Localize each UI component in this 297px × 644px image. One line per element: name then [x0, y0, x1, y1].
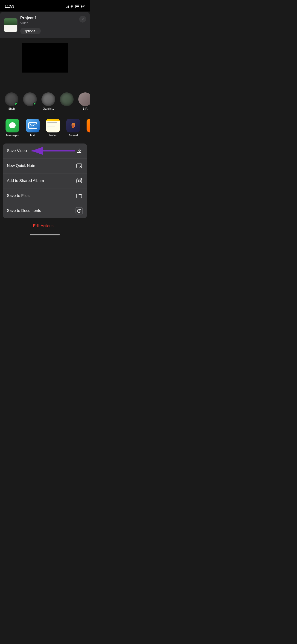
status-time: 11:53: [4, 4, 14, 9]
video-placeholder: [22, 42, 68, 72]
share-info: Project 1 Video Options ›: [20, 16, 41, 34]
battery-level: 80: [82, 5, 85, 8]
action-list: Save Video New Quick Note: [3, 144, 87, 218]
online-indicator: [33, 102, 36, 106]
share-subtitle: Video: [20, 21, 41, 25]
options-button[interactable]: Options ›: [20, 28, 41, 34]
contacts-row[interactable]: Shah Ganchi... B.P.: [0, 89, 90, 114]
contact-item[interactable]: Shah: [2, 92, 21, 111]
contact-item[interactable]: B.P.: [76, 92, 90, 111]
share-header-left: Project 1 Video Options ›: [4, 16, 41, 34]
new-quick-note-label: New Quick Note: [7, 164, 35, 168]
share-header: Project 1 Video Options › ✕: [0, 12, 90, 38]
battery-icon: [75, 4, 82, 8]
close-icon: ✕: [81, 17, 84, 21]
contact-avatar: [60, 92, 74, 106]
wifi-icon: [70, 5, 74, 8]
svg-point-14: [78, 180, 79, 182]
save-documents-label: Save to Documents: [7, 208, 41, 213]
journal-icon: [66, 118, 80, 132]
more-app-icon: 🧡: [86, 118, 90, 132]
add-shared-album-label: Add to Shared Album: [7, 178, 44, 183]
contact-avatar: [23, 92, 37, 106]
svg-rect-10: [77, 164, 82, 168]
home-bar: [30, 234, 60, 236]
svg-text:+: +: [80, 178, 81, 180]
share-thumbnail: [4, 18, 18, 32]
app-icons-row[interactable]: Messages Mail Notes: [0, 114, 90, 142]
add-shared-album-item[interactable]: Add to Shared Album +: [3, 174, 87, 188]
contact-name: Shah: [8, 107, 15, 110]
svg-rect-13: [77, 179, 82, 183]
save-video-label: Save Video: [7, 148, 27, 153]
app-item-more[interactable]: 🧡 Fr...: [83, 118, 90, 138]
contact-avatar: [4, 92, 18, 106]
save-files-label: Save to Files: [7, 194, 30, 198]
svg-rect-16: [77, 178, 78, 180]
signal-icon: [65, 5, 68, 8]
purple-arrow-icon: [29, 146, 78, 156]
app-item-messages[interactable]: Messages: [2, 118, 22, 138]
svg-point-21: [79, 212, 80, 212]
background-content: [0, 38, 90, 89]
contact-name: B.P.: [83, 107, 88, 110]
contact-avatar: [78, 92, 90, 106]
new-quick-note-item[interactable]: New Quick Note: [3, 158, 87, 174]
download-icon: [76, 147, 83, 154]
app-label: Mail: [30, 134, 35, 137]
app-item-journal[interactable]: Journal: [63, 118, 83, 138]
svg-rect-9: [77, 152, 81, 153]
status-icons: 80: [65, 4, 85, 8]
svg-rect-5: [73, 124, 74, 127]
edit-actions-button[interactable]: Edit Actions...: [0, 220, 90, 232]
documents-icon: [76, 207, 83, 214]
save-files-item[interactable]: Save to Files: [3, 188, 87, 204]
contact-item[interactable]: Ganchi...: [39, 92, 58, 111]
folder-icon: [76, 192, 83, 200]
edit-actions-label: Edit Actions...: [33, 224, 57, 228]
home-indicator: [0, 232, 90, 237]
contact-item[interactable]: [21, 92, 39, 111]
options-chevron: ›: [36, 29, 38, 33]
app-item-mail[interactable]: Mail: [22, 118, 43, 138]
svg-point-15: [80, 180, 81, 182]
notes-icon: [46, 118, 60, 132]
mail-icon: [26, 118, 40, 132]
app-label: Messages: [6, 134, 19, 137]
app-label: Notes: [49, 134, 56, 137]
contact-item[interactable]: [58, 92, 76, 111]
online-indicator: [15, 102, 18, 106]
quicknote-icon: [76, 162, 83, 170]
save-video-item[interactable]: Save Video: [3, 144, 87, 158]
close-button[interactable]: ✕: [79, 16, 86, 22]
options-label: Options: [24, 29, 36, 33]
contact-avatar: [42, 92, 55, 106]
save-documents-item[interactable]: Save to Documents: [3, 204, 87, 218]
contact-name: Ganchi...: [43, 107, 54, 110]
app-item-notes[interactable]: Notes: [43, 118, 63, 138]
shared-album-icon: +: [76, 177, 83, 184]
svg-rect-0: [28, 122, 37, 128]
share-title: Project 1: [20, 16, 41, 20]
app-label: Journal: [68, 134, 78, 137]
messages-icon: [6, 118, 19, 132]
status-bar: 11:53 80: [0, 0, 90, 12]
